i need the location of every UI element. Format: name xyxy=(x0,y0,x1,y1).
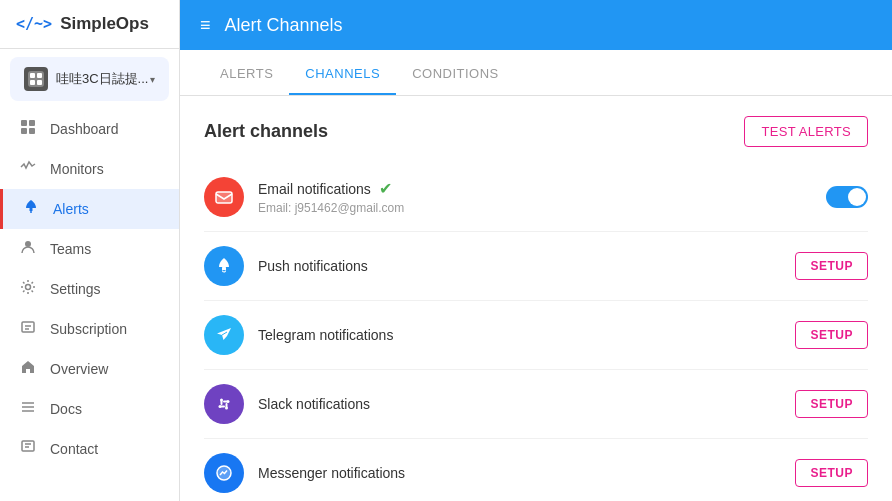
docs-icon xyxy=(18,399,38,419)
contact-icon xyxy=(18,439,38,459)
workspace-selector[interactable]: 哇哇3C日誌提... ▾ xyxy=(10,57,169,101)
sidebar-label-settings: Settings xyxy=(50,281,101,297)
sidebar-item-alerts[interactable]: Alerts xyxy=(0,189,179,229)
tab-channels[interactable]: CHANNELS xyxy=(289,50,396,95)
svg-rect-30 xyxy=(220,406,225,408)
workspace-name: 哇哇3C日誌提... xyxy=(56,70,148,88)
svg-rect-4 xyxy=(37,80,42,85)
section-title: Alert channels xyxy=(204,121,328,142)
menu-icon[interactable]: ≡ xyxy=(200,15,211,36)
sidebar-item-settings[interactable]: Settings xyxy=(0,269,179,309)
push-channel-icon xyxy=(204,246,244,286)
svg-rect-13 xyxy=(22,322,34,332)
email-channel-icon xyxy=(204,177,244,217)
channel-list: Email notifications ✔ Email: j951462@gma… xyxy=(180,163,892,501)
dashboard-icon xyxy=(18,119,38,139)
svg-rect-1 xyxy=(30,73,35,78)
push-setup-button[interactable]: SETUP xyxy=(795,252,868,280)
channel-item-messenger: Messenger notifications SETUP xyxy=(204,439,868,501)
svg-rect-2 xyxy=(37,73,42,78)
messenger-channel-icon xyxy=(204,453,244,493)
sidebar-label-subscription: Subscription xyxy=(50,321,127,337)
sidebar-label-alerts: Alerts xyxy=(53,201,89,217)
settings-icon xyxy=(18,279,38,299)
telegram-channel-name: Telegram notifications xyxy=(258,327,781,343)
svg-point-12 xyxy=(26,285,31,290)
sidebar-label-monitors: Monitors xyxy=(50,161,104,177)
sidebar: </~> SimpleOps 哇哇3C日誌提... ▾ Dashboard xyxy=(0,0,180,501)
svg-rect-10 xyxy=(30,211,32,213)
slack-setup-button[interactable]: SETUP xyxy=(795,390,868,418)
overview-icon xyxy=(18,359,38,379)
slack-channel-icon xyxy=(204,384,244,424)
svg-rect-3 xyxy=(30,80,35,85)
channel-item-telegram: Telegram notifications SETUP xyxy=(204,301,868,370)
messenger-channel-info: Messenger notifications xyxy=(258,465,781,481)
sidebar-label-teams: Teams xyxy=(50,241,91,257)
svg-rect-26 xyxy=(226,403,228,408)
sidebar-item-subscription[interactable]: Subscription xyxy=(0,309,179,349)
sidebar-label-dashboard: Dashboard xyxy=(50,121,119,137)
sidebar-label-contact: Contact xyxy=(50,441,98,457)
tab-conditions[interactable]: CONDITIONS xyxy=(396,50,515,95)
subscription-icon xyxy=(18,319,38,339)
svg-rect-8 xyxy=(29,128,35,134)
page-title: Alert Channels xyxy=(225,15,343,36)
email-toggle[interactable] xyxy=(826,186,868,208)
channel-item-slack: Slack notifications SETUP xyxy=(204,370,868,439)
sidebar-item-docs[interactable]: Docs xyxy=(0,389,179,429)
logo: </~> SimpleOps xyxy=(0,0,179,49)
svg-rect-20 xyxy=(216,192,232,203)
slack-channel-info: Slack notifications xyxy=(258,396,781,412)
top-bar: ≡ Alert Channels xyxy=(180,0,892,50)
svg-rect-9 xyxy=(30,208,33,211)
messenger-channel-name: Messenger notifications xyxy=(258,465,781,481)
section-header: Alert channels TEST ALERTS xyxy=(180,96,892,163)
svg-rect-24 xyxy=(221,400,223,405)
svg-rect-22 xyxy=(222,267,226,270)
push-channel-info: Push notifications xyxy=(258,258,781,274)
verified-icon: ✔ xyxy=(379,179,392,198)
messenger-setup-button[interactable]: SETUP xyxy=(795,459,868,487)
svg-rect-6 xyxy=(29,120,35,126)
svg-rect-7 xyxy=(21,128,27,134)
svg-rect-19 xyxy=(22,441,34,451)
email-channel-name: Email notifications ✔ xyxy=(258,179,812,198)
sidebar-item-contact[interactable]: Contact xyxy=(0,429,179,469)
telegram-channel-info: Telegram notifications xyxy=(258,327,781,343)
email-channel-sub: Email: j951462@gmail.com xyxy=(258,201,812,215)
svg-rect-28 xyxy=(223,401,228,403)
logo-text: SimpleOps xyxy=(60,14,149,34)
logo-icon: </~> xyxy=(16,15,52,33)
telegram-channel-icon xyxy=(204,315,244,355)
telegram-setup-button[interactable]: SETUP xyxy=(795,321,868,349)
workspace-chevron-icon: ▾ xyxy=(150,74,155,85)
sidebar-label-docs: Docs xyxy=(50,401,82,417)
monitors-icon xyxy=(18,159,38,179)
sidebar-item-dashboard[interactable]: Dashboard xyxy=(0,109,179,149)
main-content: ≡ Alert Channels ALERTS CHANNELS CONDITI… xyxy=(180,0,892,501)
push-channel-name: Push notifications xyxy=(258,258,781,274)
sidebar-item-monitors[interactable]: Monitors xyxy=(0,149,179,189)
slack-channel-name: Slack notifications xyxy=(258,396,781,412)
channel-item-push: Push notifications SETUP xyxy=(204,232,868,301)
alerts-icon xyxy=(21,199,41,219)
sidebar-item-teams[interactable]: Teams xyxy=(0,229,179,269)
svg-rect-5 xyxy=(21,120,27,126)
sidebar-item-overview[interactable]: Overview xyxy=(0,349,179,389)
teams-icon xyxy=(18,239,38,259)
channel-item-email: Email notifications ✔ Email: j951462@gma… xyxy=(204,163,868,232)
content-area: ALERTS CHANNELS CONDITIONS Alert channel… xyxy=(180,50,892,501)
workspace-icon xyxy=(24,67,48,91)
workspace-left: 哇哇3C日誌提... xyxy=(24,67,148,91)
tabs-bar: ALERTS CHANNELS CONDITIONS xyxy=(180,50,892,96)
email-channel-info: Email notifications ✔ Email: j951462@gma… xyxy=(258,179,812,215)
sidebar-label-overview: Overview xyxy=(50,361,108,377)
tab-alerts[interactable]: ALERTS xyxy=(204,50,289,95)
test-alerts-button[interactable]: TEST ALERTS xyxy=(744,116,868,147)
svg-point-11 xyxy=(25,241,31,247)
